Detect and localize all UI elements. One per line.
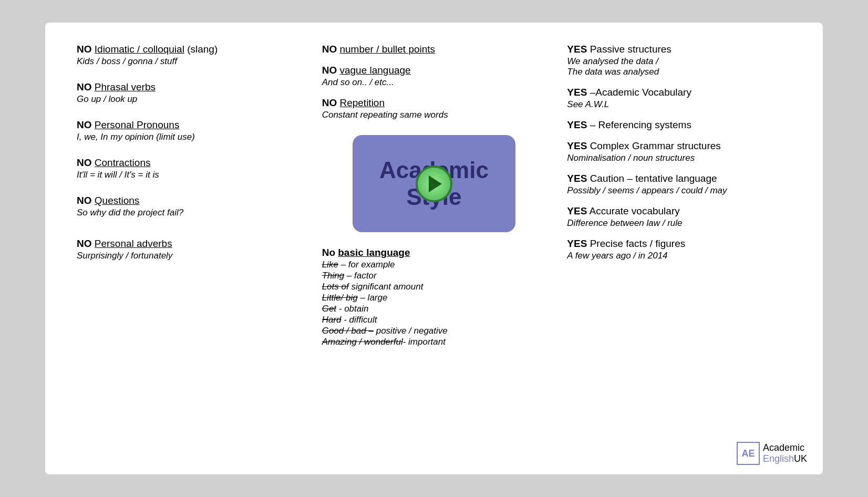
item-questions: NO Questions So why did the project fail…: [77, 195, 301, 218]
item-bullet-points: NO number / bullet points: [322, 44, 435, 55]
strikethrough-text: Good / bad –: [322, 326, 374, 336]
list-item: Get - obtain: [322, 304, 448, 314]
personal-adverbs-subtitle: Surprisingly / fortunately: [77, 251, 301, 261]
item-repetition: NO Repetition Constant repeating same wo…: [322, 97, 448, 120]
referencing-label: – Referencing systems: [590, 119, 691, 130]
caution-subtitle: Possibly / seems / appears / could / may: [567, 185, 791, 196]
item-idiomatic: NO Idiomatic / colloquial (slang) Kids /…: [77, 44, 301, 67]
bullet-points-label: number / bullet points: [339, 44, 435, 55]
strikethrough-text: Hard: [322, 315, 342, 325]
item-complex-grammar: YES Complex Grammar structures Nominalis…: [567, 140, 791, 163]
item-basic-language: No basic language Like – for example Thi…: [322, 247, 448, 347]
yes-label: YES: [567, 44, 587, 55]
accurate-vocab-subtitle: Difference between law / rule: [567, 218, 791, 229]
no-label: NO: [77, 157, 92, 168]
complex-grammar-subtitle: Nominalisation / noun structures: [567, 153, 791, 163]
item-phrasal: NO Phrasal verbs Go up / look up: [77, 81, 301, 105]
list-item: Like – for example: [322, 260, 448, 270]
no-label: NO: [77, 81, 92, 92]
precise-facts-subtitle: A few years ago / in 2014: [567, 251, 791, 261]
accurate-vocab-label: Accurate vocabulary: [590, 205, 680, 216]
video-thumbnail[interactable]: AcademicStyle: [353, 135, 515, 232]
strikethrough-text: Get: [322, 304, 336, 314]
list-item: Lots of significant amount: [322, 282, 448, 292]
yes-label: YES: [567, 238, 587, 249]
strikethrough-text: Like: [322, 260, 338, 270]
precise-facts-label: Precise facts / figures: [590, 238, 686, 249]
pronouns-subtitle: I, we, In my opinion (limit use): [77, 132, 301, 142]
phrasal-label: Phrasal verbs: [95, 81, 156, 92]
idiomatic-subtitle: Kids / boss / gonna / stuff: [77, 56, 301, 67]
strikethrough-text: Amazing / wonderful: [322, 337, 403, 347]
repetition-subtitle: Constant repeating same words: [322, 110, 448, 120]
idiomatic-label: Idiomatic / colloquial: [95, 44, 184, 55]
item-accurate-vocab: YES Accurate vocabulary Difference betwe…: [567, 205, 791, 229]
list-item: Good / bad – positive / negative: [322, 326, 448, 336]
caution-label: Caution – tentative language: [590, 173, 717, 184]
no-label: No: [322, 247, 335, 258]
logo-box: AE: [737, 442, 760, 465]
questions-subtitle: So why did the project fail?: [77, 208, 301, 218]
no-label: NO: [77, 238, 92, 249]
academic-vocab-label: –Academic Vocabulary: [590, 87, 691, 98]
item-personal-adverbs: NO Personal adverbs Surprisingly / fortu…: [77, 238, 301, 261]
item-caution: YES Caution – tentative language Possibl…: [567, 173, 791, 196]
questions-label: Questions: [95, 195, 140, 206]
passive-label: Passive structures: [590, 44, 671, 55]
slide: NO Idiomatic / colloquial (slang) Kids /…: [45, 23, 823, 474]
item-academic-vocab: YES –Academic Vocabulary See A.W.L: [567, 87, 791, 110]
basic-lang-label: basic language: [338, 247, 410, 258]
no-label: NO: [77, 195, 92, 206]
item-pronouns: NO Personal Pronouns I, we, In my opinio…: [77, 119, 301, 142]
item-passive: YES Passive structures We analysed the d…: [567, 44, 791, 77]
phrasal-subtitle: Go up / look up: [77, 94, 301, 105]
logo: AE AcademicEnglishUK: [737, 442, 807, 465]
repetition-label: Repetition: [339, 97, 385, 108]
list-item: Amazing / wonderful- important: [322, 337, 448, 347]
item-contractions: NO Contractions It'll = it will / It's =…: [77, 157, 301, 180]
list-item: Thing – factor: [322, 271, 448, 281]
list-item: Little/ big – large: [322, 293, 448, 303]
slang-label: (slang): [187, 44, 218, 55]
no-label: NO: [322, 44, 337, 55]
yes-label: YES: [567, 205, 587, 216]
logo-text: AcademicEnglishUK: [763, 442, 807, 464]
yes-label: YES: [567, 173, 587, 184]
strikethrough-text: Lots of: [322, 282, 349, 292]
vague-label: vague language: [339, 65, 410, 76]
strikethrough-text: Thing: [322, 271, 345, 281]
item-precise-facts: YES Precise facts / figures A few years …: [567, 238, 791, 261]
logo-brand: English: [763, 453, 794, 464]
left-column: NO Idiomatic / colloquial (slang) Kids /…: [66, 38, 312, 459]
list-item: Hard - difficult: [322, 315, 448, 325]
passive-subtitle: We analysed the data /The data was analy…: [567, 56, 791, 77]
no-label: NO: [322, 97, 337, 108]
no-label: NO: [322, 65, 337, 76]
contractions-label: Contractions: [95, 157, 151, 168]
yes-label: YES: [567, 87, 587, 98]
no-label: NO: [77, 44, 92, 55]
center-column: NO number / bullet points NO vague langu…: [312, 38, 557, 459]
personal-adverbs-label: Personal adverbs: [95, 238, 172, 249]
right-column: YES Passive structures We analysed the d…: [556, 38, 802, 459]
strikethrough-text: Little/ big: [322, 293, 358, 303]
vague-subtitle: And so on.. / etc...: [322, 77, 411, 88]
yes-label: YES: [567, 140, 587, 151]
play-button[interactable]: [416, 165, 452, 202]
complex-grammar-label: Complex Grammar structures: [590, 140, 721, 151]
basic-lang-list: Like – for example Thing – factor Lots o…: [322, 260, 448, 347]
logo-abbrev: AE: [741, 448, 755, 459]
play-icon: [429, 175, 442, 192]
contractions-subtitle: It'll = it will / It's = it is: [77, 170, 301, 180]
item-vague: NO vague language And so on.. / etc...: [322, 65, 411, 88]
item-referencing: YES – Referencing systems: [567, 119, 791, 131]
no-label: NO: [77, 119, 92, 130]
yes-label: YES: [567, 119, 587, 130]
academic-vocab-subtitle: See A.W.L: [567, 99, 791, 110]
pronouns-label: Personal Pronouns: [95, 119, 180, 130]
